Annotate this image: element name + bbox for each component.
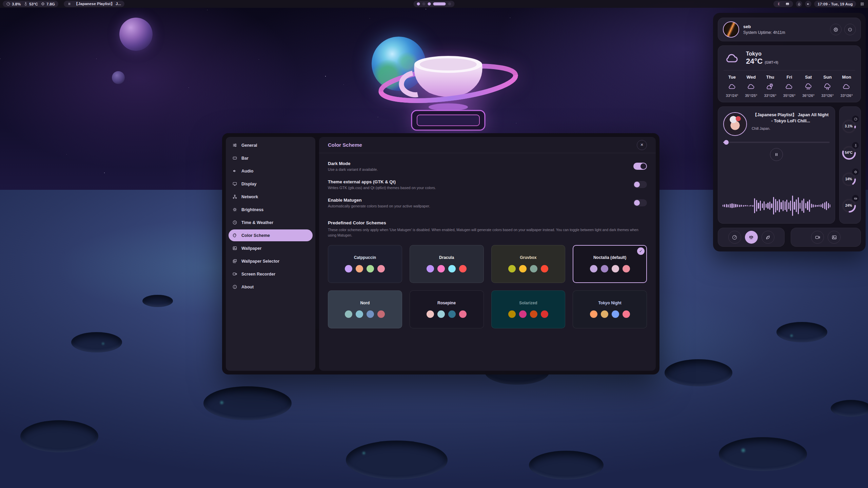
scheme-card-tokyo-night[interactable]: Tokyo Night	[573, 290, 647, 328]
swatch	[427, 265, 434, 272]
scheme-card-noctalia-default[interactable]: Noctalia (default)✓	[573, 245, 647, 283]
sidebar-item-time-weather[interactable]: Time & Weather	[229, 217, 313, 228]
tray-app-icon-1[interactable]	[777, 2, 781, 6]
swatch	[590, 310, 597, 318]
section-description: These color schemes only apply when 'Use…	[328, 227, 643, 238]
close-button[interactable]: ✕	[637, 140, 647, 150]
sidebar-item-label: Wallpaper	[241, 246, 261, 251]
visualizer-bar	[807, 201, 808, 210]
swatch	[530, 265, 537, 272]
scheme-card-dracula[interactable]: Dracula	[410, 245, 484, 283]
gauge-value: 14%	[841, 177, 856, 181]
toggle-theme-external-apps-gtk-qt[interactable]	[633, 181, 647, 188]
visualizer-bar	[783, 200, 784, 211]
swatch	[612, 310, 619, 318]
sidebar-item-display[interactable]: Display	[229, 178, 313, 190]
volume-icon[interactable]	[805, 1, 811, 7]
visualizer-bar	[760, 201, 761, 211]
visualizer-bar	[805, 203, 806, 208]
clock-text: 17:09 - Tue, 19 Aug	[817, 2, 853, 6]
weather-divider	[724, 70, 855, 70]
swatch	[590, 265, 597, 272]
toggle-dark-mode[interactable]	[633, 163, 647, 170]
scheme-card-catppuccin[interactable]: Catppuccin	[328, 245, 402, 283]
sidebar-item-wallpaper-selector[interactable]: Wallpaper Selector	[229, 255, 313, 267]
settings-button[interactable]	[830, 24, 842, 35]
setting-title: Enable Matugen	[328, 198, 430, 203]
swatch	[437, 310, 445, 318]
monitor-icon	[232, 181, 237, 186]
workspace-dot-3[interactable]	[428, 2, 431, 5]
section-title: Predefined Color Schemes	[328, 220, 647, 225]
visualizer-bar	[788, 202, 789, 209]
gauge-icon	[852, 116, 859, 122]
profile-powersave-button[interactable]	[762, 231, 774, 244]
visualizer-bar	[723, 205, 723, 207]
system-gauges: 3.1%54°C14%24%	[839, 106, 861, 224]
sidebar-item-wallpaper[interactable]: Wallpaper	[229, 242, 313, 254]
visualizer-bar	[764, 201, 765, 210]
visualizer-bar	[826, 201, 827, 210]
cpu-usage-icon	[6, 2, 11, 6]
visualizer-bar	[813, 204, 814, 207]
sidebar-item-about[interactable]: About	[229, 281, 313, 293]
gauge-value: 54°C	[841, 151, 856, 155]
sidebar-item-label: General	[241, 143, 257, 148]
scheme-card-gruvbox[interactable]: Gruvbox	[491, 245, 566, 283]
network-icon	[232, 194, 237, 199]
weather-card: Tokyo 24°C (GMT+9) Tue33°/24°Wed35°/25°T…	[718, 45, 861, 102]
forecast-day-name: Thu	[766, 75, 774, 80]
workspace-indicator[interactable]	[414, 1, 455, 7]
workspace-dot-5[interactable]	[448, 2, 451, 5]
media-progress-bar[interactable]	[723, 142, 830, 143]
sidebar-item-network[interactable]: Network	[229, 191, 313, 203]
visualizer-bar	[733, 204, 734, 208]
launcher-icon[interactable]	[859, 1, 865, 7]
notifications-icon[interactable]	[796, 1, 802, 7]
profile-balanced-button[interactable]	[745, 231, 758, 244]
screen-recorder-button[interactable]	[811, 231, 824, 244]
workspace-dot-4[interactable]	[433, 2, 446, 5]
bar-media-pill[interactable]: 【Japanese Playlist】 J...	[64, 1, 124, 7]
swatch	[356, 265, 363, 272]
toggle-knob	[634, 182, 640, 187]
play-pause-button[interactable]	[770, 148, 783, 161]
visualizer-bar	[724, 204, 725, 207]
system-stats-pill[interactable]: 3.8% 53°C 7.8G	[3, 1, 58, 7]
workspace-dot-1[interactable]	[417, 2, 420, 5]
swatch	[448, 310, 456, 318]
visualizer-bar	[758, 203, 759, 209]
sidebar-item-brightness[interactable]: Brightness	[229, 204, 313, 216]
tray-app-icon-2[interactable]	[785, 2, 790, 6]
media-progress-knob[interactable]	[724, 140, 729, 145]
scheme-card-solarized[interactable]: Solarized	[491, 290, 566, 328]
swatch	[367, 265, 374, 272]
sidebar-item-screen-recorder[interactable]: Screen Recorder	[229, 268, 313, 280]
image-icon	[831, 235, 837, 240]
swatch	[623, 310, 630, 318]
sidebar-item-bar[interactable]: Bar	[229, 152, 313, 164]
sidebar-item-color-scheme[interactable]: Color Scheme	[229, 229, 313, 241]
scheme-card-nord[interactable]: Nord	[328, 290, 402, 328]
toggle-enable-matugen[interactable]	[633, 199, 647, 206]
memory-icon	[41, 2, 45, 6]
wallpaper-tool-button[interactable]	[828, 231, 841, 244]
scheme-name: Gruvbox	[520, 255, 536, 260]
sidebar-item-audio[interactable]: Audio	[229, 165, 313, 177]
scheme-card-rosepine[interactable]: Rosepine	[410, 290, 484, 328]
temperature-value: 53°C	[29, 2, 38, 6]
sidebar-item-label: Brightness	[241, 207, 263, 212]
swatch	[612, 265, 619, 272]
clock[interactable]: 17:09 - Tue, 19 Aug	[814, 1, 856, 7]
media-player-card: 【Japanese Playlist】 Japan All Night - To…	[718, 106, 835, 224]
power-button[interactable]	[844, 24, 856, 35]
visualizer-bar	[824, 202, 825, 209]
workspace-dot-2[interactable]	[422, 2, 426, 5]
sidebar-item-general[interactable]: General	[229, 139, 313, 151]
forecast-day-sat: Sat36°/26°	[800, 75, 817, 98]
visualizer-bar	[798, 197, 799, 214]
forecast-day-mon: Mon33°/26°	[838, 75, 855, 98]
crater	[142, 295, 173, 307]
profile-performance-button[interactable]	[728, 231, 741, 244]
visualizer-bar	[816, 205, 817, 207]
